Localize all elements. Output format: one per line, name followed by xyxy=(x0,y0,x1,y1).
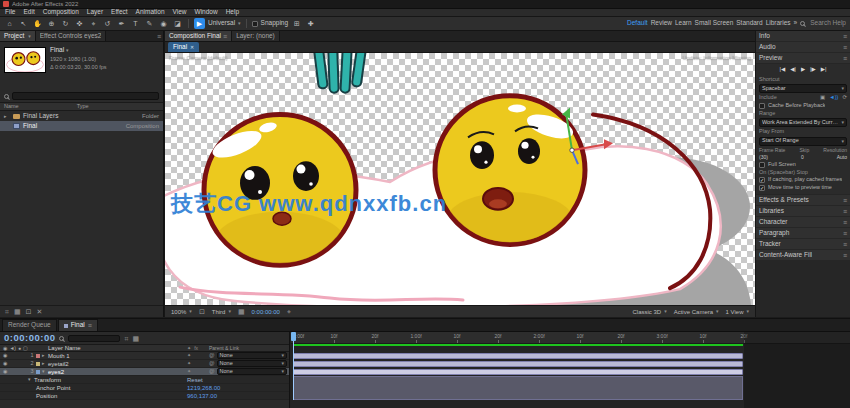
panel-paragraph[interactable]: Paragraph ≡ xyxy=(756,228,850,238)
next-frame-button[interactable]: |▶ xyxy=(810,67,816,73)
panel-preview[interactable]: Preview ≡ xyxy=(756,53,850,63)
tab-timeline-final[interactable]: Final ≡ xyxy=(58,319,98,331)
position-row[interactable]: Position 960,137.00 xyxy=(0,392,289,400)
renderer-control[interactable]: Classic 3D ▾ xyxy=(633,309,667,315)
menu-layer[interactable]: Layer xyxy=(87,9,103,16)
panel-content-aware-fill[interactable]: Content-Aware Fill ≡ xyxy=(756,250,850,260)
resolution-dropdown[interactable]: Auto xyxy=(837,155,847,160)
reset-link[interactable]: Reset xyxy=(187,377,287,383)
play-button[interactable]: ▶ xyxy=(801,67,805,73)
frame-rate-dropdown[interactable]: (30) xyxy=(759,155,768,160)
view-layout-control[interactable]: 1 View ▾ xyxy=(726,309,749,315)
resolution-control[interactable]: Third ▾ xyxy=(212,309,231,315)
parent-dropdown[interactable]: None ▾ xyxy=(217,352,287,359)
panel-character[interactable]: Character ≡ xyxy=(756,217,850,227)
anchor-point-value[interactable]: 1219,268.00 xyxy=(187,385,287,391)
panel-effects-presets[interactable]: Effects & Presets ≡ xyxy=(756,195,850,205)
composition-viewport[interactable]: Frame Camera (default) Update: Informati… xyxy=(165,53,755,305)
panel-menu-icon[interactable]: ≡ xyxy=(157,33,163,40)
menu-window[interactable]: Window xyxy=(195,9,218,16)
first-frame-button[interactable]: |◀ xyxy=(780,67,786,73)
pickwhip-icon[interactable]: @ xyxy=(209,369,215,375)
previous-frame-button[interactable]: ◀| xyxy=(790,67,796,73)
panel-menu-icon[interactable]: ≡ xyxy=(223,33,227,40)
shy-toggle[interactable]: ✦ xyxy=(187,361,191,366)
project-row-final-layers[interactable]: ▸ Final Layers Folder xyxy=(0,111,163,121)
shy-toggle[interactable]: ✦ xyxy=(187,369,191,374)
delete-icon[interactable]: ✕ xyxy=(36,308,42,315)
pickwhip-icon[interactable]: @ xyxy=(209,361,215,367)
panel-audio[interactable]: Audio ≡ xyxy=(756,42,850,52)
panel-tracker[interactable]: Tracker ≡ xyxy=(756,239,850,249)
layer-row-eyetail2[interactable]: ◉ 2 ▸ eyetail2 ✦ @ None ▾ xyxy=(0,360,289,368)
workspace-standard[interactable]: Standard xyxy=(736,20,762,27)
panel-info[interactable]: Info ≡ xyxy=(756,31,850,41)
panel-menu-icon[interactable]: ≡ xyxy=(843,241,847,248)
new-folder-icon[interactable]: ▦ xyxy=(14,308,21,315)
brush-tool-icon[interactable]: ✎ xyxy=(144,18,155,29)
layer-duration-bar-selected[interactable] xyxy=(293,369,743,375)
comp-tab-final[interactable]: Final ✕ xyxy=(168,42,199,52)
viewer-timecode[interactable]: 0:00:00:00 xyxy=(252,309,280,315)
orbit-camera-tool-icon[interactable]: ↻ xyxy=(60,18,71,29)
panel-libraries[interactable]: Libraries ≡ xyxy=(756,206,850,216)
panel-menu-icon[interactable]: ≡ xyxy=(843,197,847,204)
workspace-learn[interactable]: Learn xyxy=(675,20,692,27)
workspace-small-screen[interactable]: Small Screen xyxy=(695,20,734,27)
menu-animation[interactable]: Animation xyxy=(136,9,165,16)
label-color-chip[interactable] xyxy=(36,370,40,374)
camera-icon[interactable]: ⌖ xyxy=(287,308,291,315)
selected-item-name[interactable]: Final xyxy=(50,47,64,54)
menu-composition[interactable]: Composition xyxy=(43,9,79,16)
layer-duration-bar[interactable] xyxy=(293,361,743,367)
menu-edit[interactable]: Edit xyxy=(23,9,34,16)
menu-file[interactable]: File xyxy=(5,9,15,16)
parent-dropdown[interactable]: None ▾ xyxy=(217,360,287,367)
tab-composition-final[interactable]: Composition Final ≡ xyxy=(165,31,232,41)
pan-camera-tool-icon[interactable]: ✜ xyxy=(74,18,85,29)
clone-stamp-tool-icon[interactable]: ◉ xyxy=(158,18,169,29)
universal-dropdown[interactable]: Universal ▾ xyxy=(208,20,241,27)
current-time-indicator[interactable] xyxy=(293,332,294,400)
panel-menu-icon[interactable]: ≡ xyxy=(843,44,847,51)
label-color-chip[interactable] xyxy=(36,354,40,358)
position-value[interactable]: 960,137.00 xyxy=(187,393,287,399)
layer-row-eyes2[interactable]: ◉ 3 ▾ eyes2 ✦ @ None ▾ xyxy=(0,368,289,376)
workspace-review[interactable]: Review xyxy=(651,20,672,27)
new-composition-icon[interactable]: ⊡ xyxy=(26,308,32,315)
anchor-point-row[interactable]: Anchor Point 1219,268.00 xyxy=(0,384,289,392)
cache-before-playback-checkbox[interactable]: ✓ xyxy=(759,103,765,109)
include-audio-icon[interactable]: ◄)) xyxy=(829,95,838,101)
workspace-default[interactable]: Default xyxy=(627,20,648,27)
move-time-checkbox[interactable]: ✓ xyxy=(759,185,765,191)
pickwhip-icon[interactable]: @ xyxy=(209,353,215,359)
twirl-icon[interactable]: ▸ xyxy=(4,114,10,119)
project-flowchart-icon[interactable]: ⌗ xyxy=(5,308,9,315)
type-tool-icon[interactable]: T xyxy=(130,18,141,29)
column-name[interactable]: Name xyxy=(4,104,19,110)
eraser-tool-icon[interactable]: ◪ xyxy=(172,18,183,29)
grid-icon[interactable]: ▦ xyxy=(238,308,245,315)
tab-render-queue[interactable]: Render Queue xyxy=(2,319,57,331)
timeline-search-input[interactable] xyxy=(68,335,120,342)
include-video-icon[interactable]: ▣ xyxy=(820,95,825,101)
menu-help[interactable]: Help xyxy=(226,9,239,16)
menu-effect[interactable]: Effect xyxy=(111,9,128,16)
parent-dropdown[interactable]: None ▾ xyxy=(217,368,287,375)
panel-menu-icon[interactable]: ≡ xyxy=(843,55,847,62)
panel-menu-icon[interactable]: ≡ xyxy=(843,208,847,215)
full-screen-checkbox[interactable]: ✓ xyxy=(759,162,765,168)
shortcut-dropdown[interactable]: Spacebar ▾ xyxy=(759,84,847,93)
home-tool-icon[interactable]: ⌂ xyxy=(4,18,15,29)
column-type[interactable]: Type xyxy=(77,104,89,110)
dolly-camera-tool-icon[interactable]: ⌖ xyxy=(88,18,99,29)
snapping-checkbox[interactable]: ✓ xyxy=(252,21,258,27)
layer-visibility-toggle[interactable]: ◉ xyxy=(3,361,7,366)
camera-view-control[interactable]: Active Camera ▾ xyxy=(674,309,719,315)
rotation-tool-icon[interactable]: ↺ xyxy=(102,18,113,29)
tab-layer-none[interactable]: Layer: (none) xyxy=(232,31,280,41)
layer-visibility-toggle[interactable]: ◉ xyxy=(3,369,7,374)
search-help-input[interactable]: Search Help xyxy=(810,20,846,27)
zoom-tool-icon[interactable]: ⊕ xyxy=(46,18,57,29)
panel-menu-icon[interactable]: ≡ xyxy=(88,322,92,329)
